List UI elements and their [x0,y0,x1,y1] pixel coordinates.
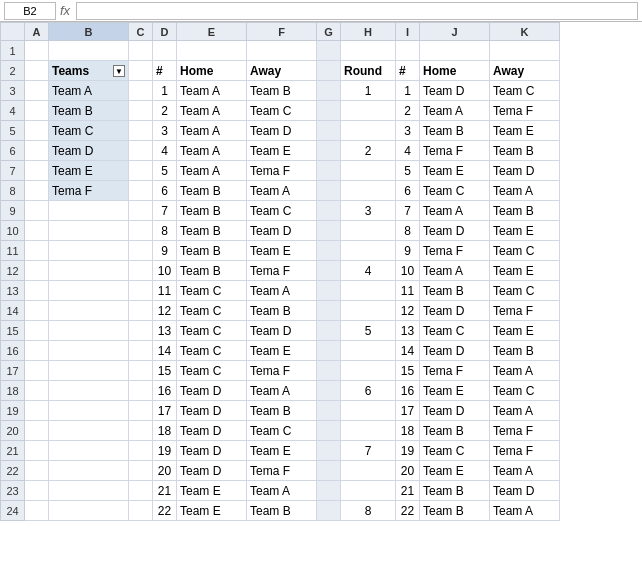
round-away-cell: Team E [490,321,560,341]
col-header-B[interactable]: B [49,23,129,41]
sched-home-header: Home [177,61,247,81]
table-row: 5Team C3Team ATeam D3Team BTeam E [1,121,560,141]
round-match-num-cell: 13 [396,321,420,341]
round-num-cell: 4 [341,261,396,281]
formula-input[interactable] [76,2,638,20]
round-away-cell: Team A [490,361,560,381]
sched-num-cell: 18 [153,421,177,441]
round-match-num-cell: 15 [396,361,420,381]
grid-container[interactable]: A B C D E F G H I J K 12Teams▼#HomeAwayR… [0,22,642,572]
round-away-cell: Team D [490,481,560,501]
sched-away-cell: Team B [247,81,317,101]
round-match-num-cell: 2 [396,101,420,121]
empty-D [153,41,177,61]
round-away-cell: Team C [490,241,560,261]
sched-num-cell: 14 [153,341,177,361]
row-header: 2 [1,61,25,81]
separator-cell [317,401,341,421]
col-header-G[interactable]: G [317,23,341,41]
col-header-H[interactable]: H [341,23,396,41]
table-row: 7Team E5Team ATema F5Team ETeam D [1,161,560,181]
empty-B-cell [49,221,129,241]
row-header: 11 [1,241,25,261]
round-num-cell [341,221,396,241]
round-match-num-cell: 11 [396,281,420,301]
separator-cell [317,461,341,481]
cell-C [129,341,153,361]
team-cell: Tema F [49,181,129,201]
empty-B-cell [49,41,129,61]
round-match-num-cell: 19 [396,441,420,461]
round-match-num-cell: 5 [396,161,420,181]
col-header-E[interactable]: E [177,23,247,41]
cell-A [25,241,49,261]
sched-away-header: Away [247,61,317,81]
round-home-cell: Team D [420,221,490,241]
col-header-A[interactable]: A [25,23,49,41]
sched-num-cell: 2 [153,101,177,121]
col-header-D[interactable]: D [153,23,177,41]
col-header-F[interactable]: F [247,23,317,41]
cell-A [25,141,49,161]
cell-A [25,501,49,521]
row-header: 12 [1,261,25,281]
round-home-cell: Tema F [420,241,490,261]
round-away-cell: Team B [490,141,560,161]
round-home-header: Home [420,61,490,81]
table-row: 1715Team CTema F15Tema FTeam A [1,361,560,381]
round-label-header: Round [341,61,396,81]
table-row: 1 [1,41,560,61]
row-header: 16 [1,341,25,361]
separator-cell [317,421,341,441]
cell-A [25,161,49,181]
sched-num-cell: 15 [153,361,177,381]
separator-cell [317,101,341,121]
round-home-cell: Team E [420,461,490,481]
sched-home-cell: Team C [177,341,247,361]
round-match-num-cell: 20 [396,461,420,481]
name-box[interactable] [4,2,56,20]
formula-fx-icon: fx [60,3,70,18]
cell-A [25,281,49,301]
empty-B-cell [49,281,129,301]
sched-num-cell: 22 [153,501,177,521]
separator-cell [317,181,341,201]
col-header-J[interactable]: J [420,23,490,41]
round-away-cell: Team A [490,181,560,201]
row-header: 14 [1,301,25,321]
separator-cell [317,301,341,321]
round-match-num-cell: 1 [396,81,420,101]
table-row: 1210Team BTema F410Team ATeam E [1,261,560,281]
cell-C [129,201,153,221]
row-header: 5 [1,121,25,141]
round-home-cell: Tema F [420,361,490,381]
cell-A [25,481,49,501]
sched-away-cell: Team B [247,401,317,421]
round-away-cell: Team E [490,221,560,241]
sched-home-cell: Team D [177,421,247,441]
cell-A [25,441,49,461]
round-num-cell: 5 [341,321,396,341]
team-cell: Team A [49,81,129,101]
sched-away-cell: Team A [247,281,317,301]
round-home-cell: Team C [420,181,490,201]
cell-A [25,121,49,141]
sched-home-cell: Team A [177,101,247,121]
round-match-num-cell: 9 [396,241,420,261]
col-header-K[interactable]: K [490,23,560,41]
cell-C [129,481,153,501]
col-header-I[interactable]: I [396,23,420,41]
row-header: 8 [1,181,25,201]
round-num-cell: 8 [341,501,396,521]
empty-I [396,41,420,61]
sched-home-cell: Team B [177,221,247,241]
round-away-cell: Tema F [490,101,560,121]
round-home-cell: Team B [420,481,490,501]
col-header-row: A B C D E F G H I J K [1,23,560,41]
filter-dropdown-icon[interactable]: ▼ [113,65,125,77]
sched-home-cell: Team C [177,321,247,341]
sched-home-cell: Team A [177,81,247,101]
round-num-cell [341,341,396,361]
empty-B-cell [49,481,129,501]
col-header-C[interactable]: C [129,23,153,41]
